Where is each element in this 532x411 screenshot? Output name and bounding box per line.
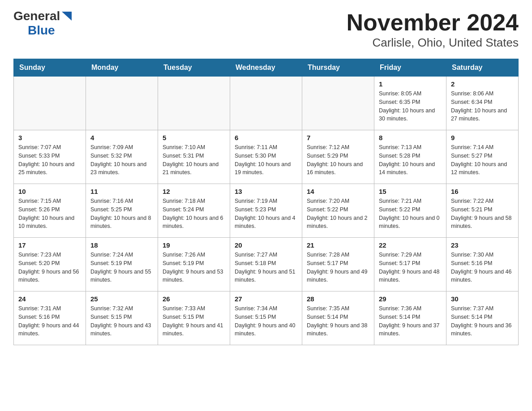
calendar-cell: 30Sunrise: 7:37 AMSunset: 5:14 PMDayligh… xyxy=(446,291,519,345)
calendar-cell xyxy=(302,77,374,130)
day-number: 3 xyxy=(18,134,81,141)
calendar-week-5: 24Sunrise: 7:31 AMSunset: 5:16 PMDayligh… xyxy=(14,291,519,345)
calendar-cell: 24Sunrise: 7:31 AMSunset: 5:16 PMDayligh… xyxy=(14,291,86,345)
day-info: Sunrise: 7:26 AMSunset: 5:19 PMDaylight:… xyxy=(163,251,225,284)
page-header: General Blue November 2024 Carlisle, Ohi… xyxy=(13,9,519,50)
day-info: Sunrise: 7:13 AMSunset: 5:28 PMDaylight:… xyxy=(379,143,442,177)
col-friday: Friday xyxy=(374,59,446,77)
day-number: 26 xyxy=(163,295,225,303)
day-info: Sunrise: 7:27 AMSunset: 5:18 PMDaylight:… xyxy=(235,251,297,284)
calendar-cell: 8Sunrise: 7:13 AMSunset: 5:28 PMDaylight… xyxy=(374,130,446,184)
calendar-table: Sunday Monday Tuesday Wednesday Thursday… xyxy=(13,59,519,345)
calendar-cell: 10Sunrise: 7:15 AMSunset: 5:26 PMDayligh… xyxy=(14,184,86,238)
calendar-cell: 26Sunrise: 7:33 AMSunset: 5:15 PMDayligh… xyxy=(158,291,230,345)
calendar-subtitle: Carlisle, Ohio, United States xyxy=(347,36,519,50)
day-info: Sunrise: 7:37 AMSunset: 5:14 PMDaylight:… xyxy=(451,304,514,338)
col-wednesday: Wednesday xyxy=(230,59,302,77)
day-info: Sunrise: 7:18 AMSunset: 5:24 PMDaylight:… xyxy=(163,197,225,231)
day-number: 30 xyxy=(451,295,514,303)
day-number: 7 xyxy=(307,134,369,141)
day-info: Sunrise: 7:31 AMSunset: 5:16 PMDaylight:… xyxy=(18,304,81,338)
day-info: Sunrise: 8:05 AMSunset: 6:35 PMDaylight:… xyxy=(379,90,442,123)
day-number: 9 xyxy=(451,134,514,141)
day-number: 8 xyxy=(379,134,442,141)
calendar-week-1: 1Sunrise: 8:05 AMSunset: 6:35 PMDaylight… xyxy=(14,77,519,130)
day-number: 19 xyxy=(163,241,225,249)
calendar-cell: 3Sunrise: 7:07 AMSunset: 5:33 PMDaylight… xyxy=(14,130,86,184)
calendar-cell: 9Sunrise: 7:14 AMSunset: 5:27 PMDaylight… xyxy=(446,130,519,184)
day-info: Sunrise: 7:23 AMSunset: 5:20 PMDaylight:… xyxy=(18,251,81,284)
calendar-header-row: Sunday Monday Tuesday Wednesday Thursday… xyxy=(14,59,519,77)
col-sunday: Sunday xyxy=(14,59,86,77)
day-info: Sunrise: 7:28 AMSunset: 5:17 PMDaylight:… xyxy=(307,251,369,284)
day-number: 2 xyxy=(451,80,514,88)
calendar-cell: 7Sunrise: 7:12 AMSunset: 5:29 PMDaylight… xyxy=(302,130,374,184)
day-info: Sunrise: 7:19 AMSunset: 5:23 PMDaylight:… xyxy=(235,197,297,231)
calendar-cell xyxy=(158,77,230,130)
calendar-cell xyxy=(86,77,158,130)
day-number: 4 xyxy=(90,134,153,141)
calendar-cell: 29Sunrise: 7:36 AMSunset: 5:14 PMDayligh… xyxy=(374,291,446,345)
day-info: Sunrise: 7:24 AMSunset: 5:19 PMDaylight:… xyxy=(90,251,153,284)
day-info: Sunrise: 7:22 AMSunset: 5:21 PMDaylight:… xyxy=(451,197,514,231)
day-number: 13 xyxy=(235,188,297,195)
day-number: 20 xyxy=(235,241,297,249)
logo-blue-text: Blue xyxy=(28,23,55,37)
day-info: Sunrise: 7:14 AMSunset: 5:27 PMDaylight:… xyxy=(451,143,514,177)
calendar-cell xyxy=(14,77,86,130)
col-tuesday: Tuesday xyxy=(158,59,230,77)
day-number: 11 xyxy=(90,188,153,195)
day-number: 12 xyxy=(163,188,225,195)
day-info: Sunrise: 7:30 AMSunset: 5:16 PMDaylight:… xyxy=(451,251,514,284)
day-info: Sunrise: 7:21 AMSunset: 5:22 PMDaylight:… xyxy=(379,197,442,231)
day-number: 18 xyxy=(90,241,153,249)
day-info: Sunrise: 7:09 AMSunset: 5:32 PMDaylight:… xyxy=(90,143,153,177)
day-info: Sunrise: 7:07 AMSunset: 5:33 PMDaylight:… xyxy=(18,143,81,177)
logo-triangle-icon xyxy=(62,12,72,22)
day-number: 10 xyxy=(18,188,81,195)
calendar-cell: 18Sunrise: 7:24 AMSunset: 5:19 PMDayligh… xyxy=(86,238,158,291)
day-info: Sunrise: 7:15 AMSunset: 5:26 PMDaylight:… xyxy=(18,197,81,231)
day-number: 1 xyxy=(379,80,442,88)
calendar-cell: 2Sunrise: 8:06 AMSunset: 6:34 PMDaylight… xyxy=(446,77,519,130)
calendar-title: November 2024 xyxy=(347,9,519,36)
day-number: 16 xyxy=(451,188,514,195)
calendar-cell: 12Sunrise: 7:18 AMSunset: 5:24 PMDayligh… xyxy=(158,184,230,238)
title-section: November 2024 Carlisle, Ohio, United Sta… xyxy=(347,9,519,50)
calendar-cell: 4Sunrise: 7:09 AMSunset: 5:32 PMDaylight… xyxy=(86,130,158,184)
calendar-cell: 19Sunrise: 7:26 AMSunset: 5:19 PMDayligh… xyxy=(158,238,230,291)
calendar-cell: 27Sunrise: 7:34 AMSunset: 5:15 PMDayligh… xyxy=(230,291,302,345)
calendar-cell: 6Sunrise: 7:11 AMSunset: 5:30 PMDaylight… xyxy=(230,130,302,184)
logo-general-text: General xyxy=(13,9,60,23)
calendar-cell xyxy=(230,77,302,130)
day-number: 22 xyxy=(379,241,442,249)
calendar-cell: 28Sunrise: 7:35 AMSunset: 5:14 PMDayligh… xyxy=(302,291,374,345)
day-info: Sunrise: 7:10 AMSunset: 5:31 PMDaylight:… xyxy=(163,143,225,177)
day-info: Sunrise: 7:32 AMSunset: 5:15 PMDaylight:… xyxy=(90,304,153,338)
day-number: 28 xyxy=(307,295,369,303)
day-info: Sunrise: 7:11 AMSunset: 5:30 PMDaylight:… xyxy=(235,143,297,177)
day-number: 17 xyxy=(18,241,81,249)
calendar-cell: 13Sunrise: 7:19 AMSunset: 5:23 PMDayligh… xyxy=(230,184,302,238)
day-info: Sunrise: 7:36 AMSunset: 5:14 PMDaylight:… xyxy=(379,304,442,338)
calendar-cell: 15Sunrise: 7:21 AMSunset: 5:22 PMDayligh… xyxy=(374,184,446,238)
day-number: 25 xyxy=(90,295,153,303)
day-info: Sunrise: 7:16 AMSunset: 5:25 PMDaylight:… xyxy=(90,197,153,231)
calendar-cell: 16Sunrise: 7:22 AMSunset: 5:21 PMDayligh… xyxy=(446,184,519,238)
day-info: Sunrise: 7:35 AMSunset: 5:14 PMDaylight:… xyxy=(307,304,369,338)
calendar-cell: 11Sunrise: 7:16 AMSunset: 5:25 PMDayligh… xyxy=(86,184,158,238)
calendar-cell: 25Sunrise: 7:32 AMSunset: 5:15 PMDayligh… xyxy=(86,291,158,345)
calendar-cell: 1Sunrise: 8:05 AMSunset: 6:35 PMDaylight… xyxy=(374,77,446,130)
day-info: Sunrise: 7:34 AMSunset: 5:15 PMDaylight:… xyxy=(235,304,297,338)
calendar-cell: 17Sunrise: 7:23 AMSunset: 5:20 PMDayligh… xyxy=(14,238,86,291)
svg-marker-0 xyxy=(62,12,72,21)
day-number: 14 xyxy=(307,188,369,195)
calendar-week-3: 10Sunrise: 7:15 AMSunset: 5:26 PMDayligh… xyxy=(14,184,519,238)
calendar-week-4: 17Sunrise: 7:23 AMSunset: 5:20 PMDayligh… xyxy=(14,238,519,291)
day-number: 23 xyxy=(451,241,514,249)
day-number: 6 xyxy=(235,134,297,141)
col-monday: Monday xyxy=(86,59,158,77)
calendar-week-2: 3Sunrise: 7:07 AMSunset: 5:33 PMDaylight… xyxy=(14,130,519,184)
day-info: Sunrise: 8:06 AMSunset: 6:34 PMDaylight:… xyxy=(451,90,514,123)
calendar-cell: 5Sunrise: 7:10 AMSunset: 5:31 PMDaylight… xyxy=(158,130,230,184)
